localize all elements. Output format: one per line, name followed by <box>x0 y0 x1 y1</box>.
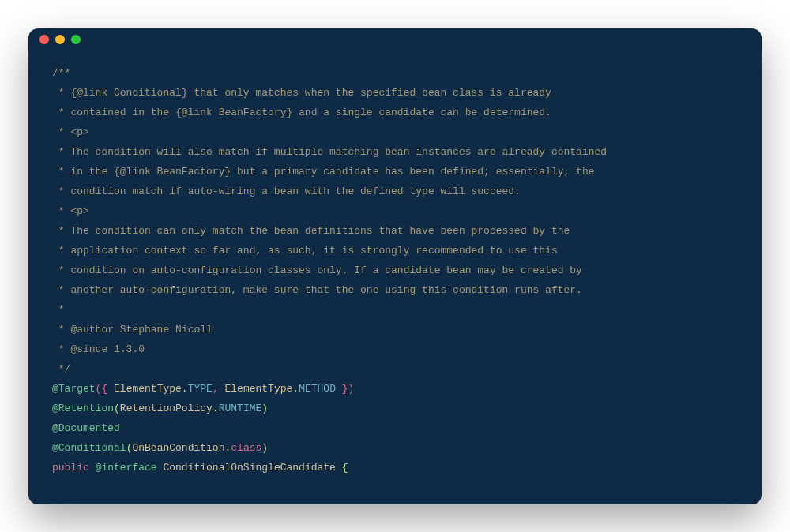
member-token: METHOD <box>299 383 336 395</box>
member-token: RUNTIME <box>219 403 262 414</box>
javadoc-line: * condition on auto-configuration classe… <box>52 264 582 276</box>
annotation-token: @Target <box>52 383 96 395</box>
window-titlebar <box>28 28 762 51</box>
paren-token: ( <box>114 403 120 414</box>
javadoc-line: * another auto-configuration, make sure … <box>52 284 582 296</box>
class-token: OnBeanCondition <box>132 442 224 454</box>
paren-token: ) <box>261 442 268 454</box>
javadoc-line: * application context so far and, as suc… <box>52 245 558 257</box>
class-token: ConditionalOnSingleCandidate <box>163 462 335 474</box>
space <box>336 462 342 474</box>
code-line: @Conditional(OnBeanCondition.class) <box>52 442 268 454</box>
brace-token: { <box>342 462 348 474</box>
code-window: /** * {@link Conditional} that only matc… <box>28 28 762 504</box>
annotation-token: @Conditional <box>52 442 126 454</box>
space <box>336 383 342 395</box>
javadoc-line: * contained in the {@link BeanFactory} a… <box>52 107 551 118</box>
javadoc-line: * {@link Conditional} that only matches … <box>52 87 551 99</box>
javadoc-line: * <p> <box>52 205 89 217</box>
javadoc-line: */ <box>52 363 70 375</box>
zoom-icon[interactable] <box>71 35 81 44</box>
javadoc-line: * @author Stephane Nicoll <box>52 324 213 335</box>
code-editor: /** * {@link Conditional} that only matc… <box>28 51 762 504</box>
member-token: TYPE <box>188 383 213 395</box>
dot-token: . <box>213 403 219 414</box>
code-line: @Retention(RetentionPolicy.RUNTIME) <box>52 403 268 414</box>
class-token: ElementType <box>225 383 293 395</box>
javadoc-line: * condition match if auto-wiring a bean … <box>52 185 521 197</box>
dot-token: . <box>292 383 299 395</box>
annotation-token: @Documented <box>52 422 120 434</box>
annotation-token: @Retention <box>52 403 114 414</box>
keyword-token: public <box>52 462 89 474</box>
space <box>219 383 225 395</box>
space <box>107 383 114 395</box>
comma-token: , <box>213 383 219 395</box>
javadoc-line: /** <box>52 67 70 79</box>
dot-token: . <box>182 383 188 395</box>
minimize-icon[interactable] <box>55 35 65 44</box>
space <box>89 462 96 474</box>
code-line: public @interface ConditionalOnSingleCan… <box>52 462 348 474</box>
punct-token: ({ <box>96 383 108 395</box>
code-line: @Target({ ElementType.TYPE, ElementType.… <box>52 383 354 395</box>
punct-token: }) <box>342 383 355 395</box>
javadoc-line: * <p> <box>52 126 89 138</box>
paren-token: ) <box>261 403 268 414</box>
javadoc-line: * @since 1.3.0 <box>52 343 145 355</box>
javadoc-line: * The condition will also match if multi… <box>52 146 607 158</box>
class-token: RetentionPolicy <box>120 403 213 414</box>
keyword-token: @interface <box>96 462 157 474</box>
code-line: @Documented <box>52 422 120 434</box>
keyword-token: class <box>231 442 261 454</box>
javadoc-line: * The condition can only match the bean … <box>52 225 570 237</box>
javadoc-line: * <box>52 304 65 316</box>
close-icon[interactable] <box>40 35 49 44</box>
javadoc-line: * in the {@link BeanFactory} but a prima… <box>52 166 595 178</box>
class-token: ElementType <box>114 383 182 395</box>
